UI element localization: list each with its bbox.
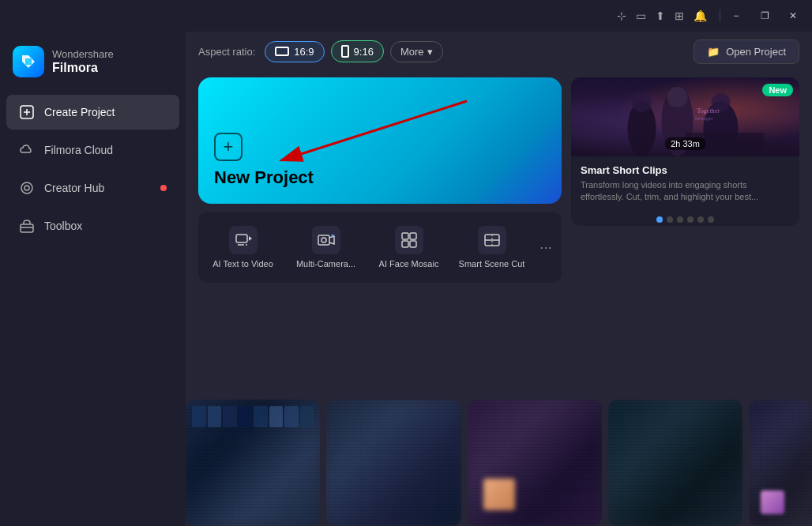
logo-area: Wondershare Filmora <box>0 39 186 93</box>
blur-card-1[interactable] <box>186 400 320 526</box>
sidebar-item-filmora-cloud[interactable]: Filmora Cloud <box>6 133 179 167</box>
network-icon: ⊹ <box>617 9 626 22</box>
cloud-upload-icon: ⬆ <box>656 9 665 22</box>
pixel-grid-1 <box>186 400 320 526</box>
purple-accent <box>761 490 784 514</box>
svg-point-26 <box>667 87 688 107</box>
chevron-down-icon: ▾ <box>427 46 433 58</box>
ai-face-mosaic-label: AI Face Mosaic <box>379 259 439 269</box>
toolbox-label: Toolbox <box>44 220 82 232</box>
open-project-button[interactable]: 📁 Open Project <box>694 39 799 64</box>
noise-overlay-4 <box>608 400 742 526</box>
right-panel: Together Stronger New 2h 33m Smart Short… <box>571 77 799 384</box>
more-label: More <box>400 46 424 58</box>
sidebar-item-create-project[interactable]: Create Project <box>6 95 179 130</box>
svg-rect-5 <box>21 224 33 232</box>
smart-scene-cut-icon <box>478 226 506 254</box>
duration-badge: 2h 33m <box>664 137 706 150</box>
promo-dots <box>571 212 799 226</box>
tool-card-ai-text-to-video[interactable]: AI Text to Video <box>201 218 284 276</box>
tool-card-multi-camera[interactable]: Multi-Camera... <box>284 218 367 276</box>
aspect-9-16-label: 9:16 <box>354 46 374 58</box>
aspect-16-9-button[interactable]: 16:9 <box>265 41 324 62</box>
svg-point-24 <box>633 93 652 112</box>
promo-dot-3[interactable] <box>687 216 694 223</box>
blur-card-3[interactable] <box>468 400 602 526</box>
create-project-icon <box>19 104 35 120</box>
svg-point-3 <box>21 182 32 193</box>
sidebar-item-creator-hub[interactable]: Creator Hub <box>6 171 179 205</box>
svg-text:Stronger: Stronger <box>695 116 713 121</box>
svg-point-15 <box>331 235 333 237</box>
smart-scene-cut-label: Smart Scene Cut <box>459 259 525 269</box>
blur-card-2[interactable] <box>326 400 461 526</box>
sidebar: Wondershare Filmora Create Project Filmo… <box>0 32 186 526</box>
new-project-card[interactable]: + New Project <box>198 77 562 204</box>
multi-camera-icon <box>312 226 340 254</box>
minimize-button[interactable]: − <box>724 5 749 27</box>
svg-rect-13 <box>318 235 329 245</box>
new-badge: New <box>762 84 793 96</box>
creator-hub-label: Creator Hub <box>44 182 104 194</box>
app-container: Wondershare Filmora Create Project Filmo… <box>0 32 812 526</box>
promo-info: Smart Short Clips Transform long videos … <box>571 156 799 212</box>
svg-marker-10 <box>249 236 252 241</box>
maximize-button[interactable]: ❐ <box>752 5 777 27</box>
folder-icon: 📁 <box>707 46 720 58</box>
monitor-icon: ▭ <box>636 9 646 22</box>
left-panel: + New Project A <box>198 77 562 384</box>
ai-text-to-video-icon <box>229 226 258 254</box>
promo-dot-2[interactable] <box>677 216 683 223</box>
blur-card-4[interactable] <box>608 400 742 526</box>
app-logo <box>13 46 44 77</box>
promo-dot-1[interactable] <box>667 216 673 223</box>
window-controls: − ❐ ✕ <box>724 5 806 27</box>
product-name: Filmora <box>52 60 114 75</box>
svg-line-8 <box>281 101 467 160</box>
aspect-9-16-button[interactable]: 9:16 <box>331 40 384 62</box>
sidebar-item-toolbox[interactable]: Toolbox <box>6 209 179 243</box>
titlebar: ⊹ ▭ ⬆ ⊞ 🔔 − ❐ ✕ <box>0 0 812 32</box>
svg-rect-17 <box>410 233 416 239</box>
aspect-16-9-label: 16:9 <box>294 46 314 58</box>
filmora-cloud-label: Filmora Cloud <box>44 144 113 156</box>
more-button[interactable]: More ▾ <box>390 41 443 62</box>
promo-dot-5[interactable] <box>708 216 714 223</box>
promo-dot-0[interactable] <box>656 216 663 223</box>
svg-rect-18 <box>402 241 408 247</box>
cloud-icon <box>19 142 35 158</box>
svg-point-14 <box>321 238 326 242</box>
ai-face-mosaic-icon <box>395 226 423 254</box>
new-project-plus-icon: + <box>214 133 242 161</box>
warm-accent <box>483 479 515 510</box>
noise-overlay-2 <box>326 400 461 526</box>
aspect-16-9-icon <box>275 47 289 56</box>
svg-rect-19 <box>410 241 416 247</box>
svg-rect-9 <box>236 235 247 242</box>
promo-dot-4[interactable] <box>697 216 704 223</box>
multi-camera-label: Multi-Camera... <box>296 259 355 269</box>
titlebar-separator <box>720 9 720 22</box>
tool-card-smart-scene-cut[interactable]: Smart Scene Cut <box>450 218 533 276</box>
bottom-blur-row <box>186 400 812 526</box>
svg-point-4 <box>24 186 29 190</box>
content-area: + New Project A <box>186 71 812 396</box>
system-icons: ⊹ ▭ ⬆ ⊞ 🔔 <box>617 9 707 22</box>
promo-thumbnail: Together Stronger New 2h 33m <box>571 77 799 156</box>
promo-title: Smart Short Clips <box>581 164 790 176</box>
close-button[interactable]: ✕ <box>780 5 806 27</box>
toolbox-icon <box>19 218 35 234</box>
bell-icon: 🔔 <box>694 9 707 22</box>
aspect-9-16-icon <box>341 45 349 58</box>
svg-rect-16 <box>402 233 408 239</box>
tool-cards-row: AI Text to Video Multi-Camera... <box>198 212 562 283</box>
promo-card: Together Stronger New 2h 33m Smart Short… <box>571 77 799 226</box>
create-project-label: Create Project <box>44 106 115 118</box>
tools-more-button[interactable]: ⋯ <box>533 235 558 260</box>
brand-name: Wondershare <box>52 48 114 61</box>
ai-text-to-video-label: AI Text to Video <box>212 259 273 269</box>
aspect-ratio-label: Aspect ratio: <box>198 46 255 58</box>
main-content: Aspect ratio: 16:9 9:16 More ▾ 📁 Open Pr… <box>186 32 812 526</box>
blur-card-5[interactable] <box>749 400 812 526</box>
tool-card-ai-face-mosaic[interactable]: AI Face Mosaic <box>367 218 450 276</box>
